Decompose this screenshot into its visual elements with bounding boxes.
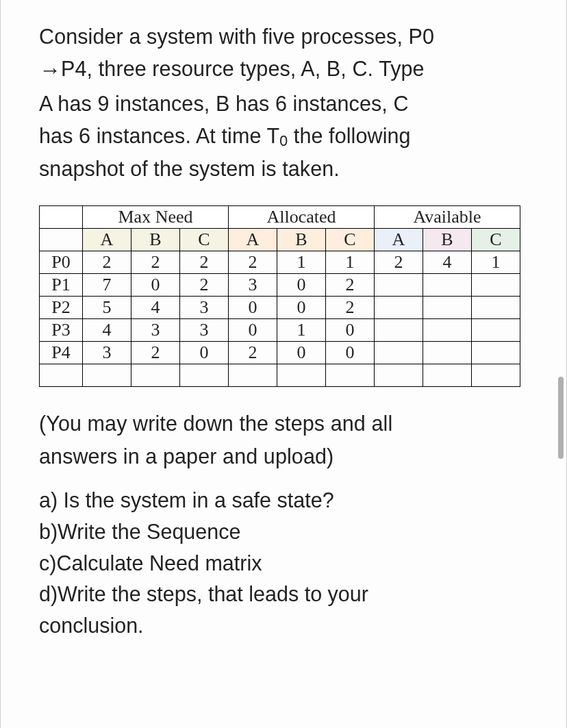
table-row: P0 2 2 2 2 1 1 2 4 1 [40, 251, 520, 274]
cell [472, 297, 520, 319]
cell: 2 [131, 342, 180, 364]
cell: 2 [180, 274, 229, 297]
cell [180, 364, 229, 387]
cell [375, 364, 423, 387]
cell [83, 364, 131, 387]
cell [375, 342, 423, 364]
col-head: C [326, 229, 375, 251]
cell [472, 319, 520, 342]
question-d-line1: d)Write the steps, that leads to your [39, 579, 539, 610]
cell: 1 [326, 251, 375, 274]
cell: 2 [180, 251, 229, 274]
questions-block: a) Is the system in a safe state? b)Writ… [39, 485, 539, 642]
cell: 3 [83, 342, 131, 364]
scrollbar-thumb[interactable] [558, 377, 564, 459]
cell [229, 364, 277, 387]
col-head: C [180, 229, 229, 251]
question-a: a) Is the system in a safe state? [39, 485, 539, 516]
cell: 0 [326, 319, 375, 342]
cell: 7 [83, 274, 131, 297]
intro-line-4a: has 6 instances. At time T [39, 124, 279, 147]
cell: 1 [472, 251, 520, 274]
table-row: P2 5 4 3 0 0 2 [40, 297, 520, 319]
intro-paragraph: Consider a system with five processes, P… [39, 21, 539, 185]
cell: 4 [423, 251, 472, 274]
cell [375, 297, 423, 319]
cell: 0 [229, 297, 277, 319]
cell [40, 364, 83, 387]
cell: 0 [180, 342, 229, 364]
intro-line-4b: the following [288, 124, 410, 147]
cell: 0 [229, 319, 277, 342]
cell [423, 274, 472, 297]
table-row: P3 4 3 3 0 1 0 [40, 319, 520, 342]
header-max-need: Max Need [83, 206, 229, 229]
intro-line-3: A has 9 instances, B has 6 instances, C [39, 92, 409, 115]
table-row: P1 7 0 2 3 0 2 [40, 274, 520, 297]
blank-corner-2 [40, 229, 83, 251]
cell: 0 [277, 274, 326, 297]
resource-table-wrapper: Max Need Allocated Available A B C A B C… [39, 205, 539, 387]
cell [423, 319, 472, 342]
table-header-cols: A B C A B C A B C [40, 229, 520, 251]
cell: 0 [277, 297, 326, 319]
cell: 3 [229, 274, 277, 297]
cell: 2 [229, 251, 277, 274]
cell: 2 [229, 342, 277, 364]
cell [326, 364, 375, 387]
question-d-line2: conclusion. [39, 610, 539, 642]
resource-table: Max Need Allocated Available A B C A B C… [39, 205, 520, 387]
cell [472, 364, 520, 387]
table-row-empty [40, 364, 520, 387]
upload-note: (You may write down the steps and all an… [39, 407, 539, 473]
subscript-zero: 0 [279, 133, 288, 149]
header-available: Available [375, 206, 520, 229]
col-head: B [277, 229, 326, 251]
process-label: P4 [40, 342, 83, 364]
question-b: b)Write the Sequence [39, 516, 539, 548]
process-label: P3 [40, 319, 83, 342]
cell [277, 364, 326, 387]
cell: 2 [326, 274, 375, 297]
col-head: B [131, 229, 180, 251]
cell: 0 [277, 342, 326, 364]
cell [423, 364, 472, 387]
cell [472, 342, 520, 364]
col-head: A [375, 229, 423, 251]
col-head: C [472, 229, 520, 251]
cell: 4 [131, 297, 180, 319]
header-allocated: Allocated [229, 206, 375, 229]
col-head: B [423, 229, 472, 251]
intro-line-2: P4, three resource types, A, B, C. Type [61, 57, 425, 80]
cell: 0 [326, 342, 375, 364]
cell: 5 [83, 297, 131, 319]
process-label: P2 [40, 297, 83, 319]
cell: 3 [180, 297, 229, 319]
table-row: P4 3 2 0 2 0 0 [40, 342, 520, 364]
document-page: Consider a system with five processes, P… [0, 0, 567, 728]
cell: 4 [83, 319, 131, 342]
note-line-1: (You may write down the steps and all [39, 412, 392, 435]
col-head: A [83, 229, 131, 251]
cell: 2 [375, 251, 423, 274]
intro-line-5: snapshot of the system is taken. [39, 157, 340, 180]
cell: 2 [326, 297, 375, 319]
note-line-2: answers in a paper and upload) [39, 444, 333, 468]
cell: 1 [277, 251, 326, 274]
cell [472, 274, 520, 297]
question-c: c)Calculate Need matrix [39, 548, 539, 579]
process-label: P1 [40, 274, 83, 297]
cell [423, 297, 472, 319]
arrow-icon: → [39, 58, 61, 82]
cell: 1 [277, 319, 326, 342]
blank-corner [40, 206, 83, 229]
intro-line-1: Consider a system with five processes, P… [39, 25, 434, 48]
cell: 3 [131, 319, 180, 342]
cell: 0 [131, 274, 180, 297]
cell: 2 [83, 251, 131, 274]
process-label: P0 [40, 251, 83, 274]
cell [375, 319, 423, 342]
cell [375, 274, 423, 297]
table-header-groups: Max Need Allocated Available [40, 206, 520, 229]
cell [423, 342, 472, 364]
